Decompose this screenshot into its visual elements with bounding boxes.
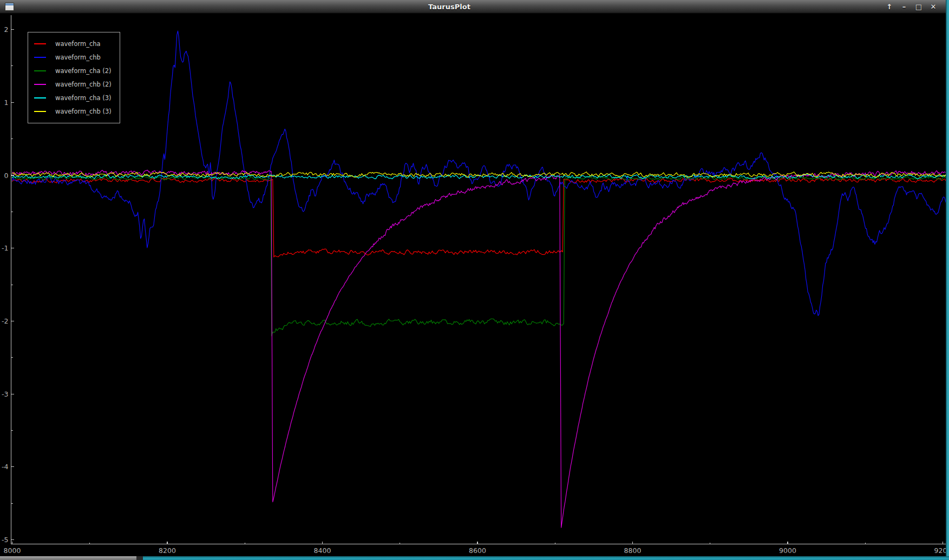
legend-item-label: waveform_chb (3) [55,108,112,115]
trace-waveform-chb-2- [12,170,949,528]
legend-item-label: waveform_cha [55,40,101,48]
y-tick-label: 2 [4,25,9,34]
background-window-right-edge[interactable] [946,0,949,560]
minimize-window-icon[interactable]: – [899,3,909,11]
y-tick-label: 1 [4,98,9,107]
background-window-bottom-titlebar[interactable] [143,556,949,560]
screen: { "window": { "title": "TaurusPlot", "co… [0,0,949,560]
legend-item-label: waveform_chb (2) [55,81,112,88]
y-tick-label: -2 [2,317,8,325]
maximize-window-icon[interactable]: □ [914,3,924,11]
legend-line-sample [34,70,46,71]
legend-line-sample [34,111,46,112]
y-tick-label: -5 [2,536,8,544]
legend-line-sample [34,43,46,44]
window-menu-icon[interactable] [5,3,14,11]
background-window-divider [136,556,143,560]
legend-item-waveform-chb-2-[interactable]: waveform_chb (2) [34,78,120,91]
y-tick-label: -4 [2,463,9,471]
x-tick-label: 9000 [779,546,796,555]
trace-waveform-cha [12,178,948,257]
x-tick-label: 8200 [159,546,176,555]
legend-line-sample [34,97,46,98]
x-tick-label: 8000 [4,546,21,555]
trace-waveform-cha-2- [12,176,948,336]
legend-item-label: waveform_cha (2) [55,67,112,75]
background-window-bottom-left[interactable] [0,556,136,560]
legend-item-waveform-cha-2-[interactable]: waveform_cha (2) [34,64,120,78]
plot-legend: waveform_chawaveform_chbwaveform_cha (2)… [28,32,120,123]
legend-item-waveform-chb-3-[interactable]: waveform_chb (3) [34,105,120,118]
window-title: TaurusPlot [14,3,885,11]
legend-item-label: waveform_chb [55,54,101,61]
y-tick-label: 0 [4,172,9,180]
y-tick-label: -3 [2,390,8,398]
legend-item-waveform-chb[interactable]: waveform_chb [34,51,120,64]
legend-line-sample [34,84,46,85]
shade-window-icon[interactable]: ↑ [885,3,894,11]
y-tick-label: -1 [2,244,8,252]
legend-line-sample [34,57,46,58]
waveform-plot-canvas[interactable]: 8000820084008600880090009200210-1-2-3-4-… [0,0,949,560]
x-tick-label: 8800 [624,546,642,555]
close-window-icon[interactable]: ✕ [928,3,938,11]
legend-item-waveform-cha[interactable]: waveform_cha [34,37,120,51]
x-tick-label: 8600 [469,546,486,555]
legend-item-waveform-cha-3-[interactable]: waveform_cha (3) [34,91,120,105]
window-controls: ↑ – □ ✕ [885,3,938,11]
x-tick-label: 8400 [314,546,331,555]
legend-item-label: waveform_cha (3) [55,94,112,102]
window-titlebar[interactable]: TaurusPlot ↑ – □ ✕ [0,0,946,14]
